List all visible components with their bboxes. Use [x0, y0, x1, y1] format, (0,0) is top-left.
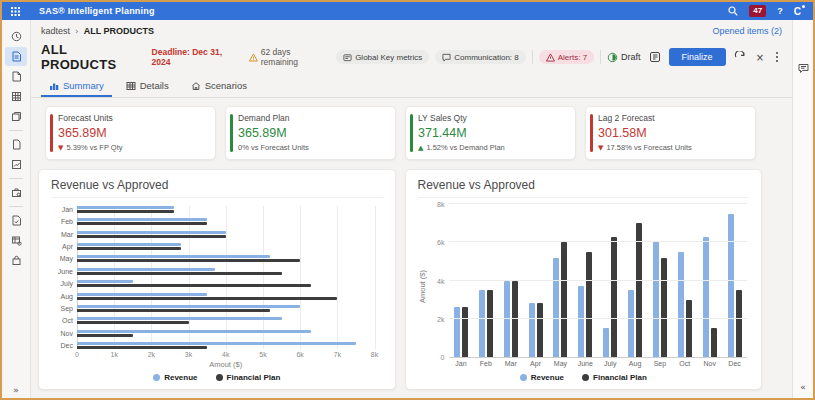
revenue-bar[interactable]: [454, 307, 460, 357]
financial-plan-bar[interactable]: [586, 252, 592, 357]
workbench-panel-button[interactable]: [647, 49, 663, 65]
user-avatar[interactable]: C: [794, 6, 804, 17]
tab-scenarios[interactable]: Scenarios: [183, 76, 255, 97]
kpi-card-ly-sales-qty[interactable]: LY Sales Qty 371.44M ▲ 1.52% vs Demand P…: [405, 106, 576, 160]
revenue-bar[interactable]: [553, 258, 559, 357]
collapse-panel-button[interactable]: «: [793, 382, 813, 392]
breadcrumb-parent[interactable]: kadtest: [41, 26, 70, 36]
global-key-metrics-pill[interactable]: Global Key metrics: [336, 50, 429, 64]
sidebar-item-briefcase-search[interactable]: [5, 183, 27, 202]
sidebar-item-page-check[interactable]: [5, 211, 27, 230]
down-arrow-icon: ▼: [58, 144, 63, 152]
v-bar-groups: [449, 204, 748, 357]
revenue-bar[interactable]: [703, 237, 709, 357]
revenue-bar[interactable]: [529, 303, 535, 357]
kpi-card-forecast-units[interactable]: Forecast Units 365.89M ▼ 5.39% vs FP Qty: [45, 106, 216, 160]
financial-plan-bar[interactable]: [77, 235, 226, 238]
close-button[interactable]: ×: [754, 50, 766, 65]
financial-plan-bar[interactable]: [77, 309, 270, 312]
revenue-bar[interactable]: [77, 243, 181, 246]
financial-plan-bar[interactable]: [77, 284, 311, 287]
summary-tab-icon: [49, 81, 59, 91]
financial-plan-bar[interactable]: [77, 297, 337, 300]
revenue-bar[interactable]: [504, 281, 510, 358]
legend-label: Financial Plan: [593, 373, 647, 382]
app-switcher-icon[interactable]: [11, 7, 20, 16]
revenue-bar[interactable]: [678, 252, 684, 357]
help-icon[interactable]: ?: [777, 6, 783, 16]
financial-plan-bar[interactable]: [77, 259, 300, 262]
communication-icon: [442, 53, 451, 62]
legend-item-revenue[interactable]: Revenue: [520, 373, 564, 382]
financial-plan-bar[interactable]: [736, 290, 742, 357]
revenue-bar[interactable]: [77, 330, 311, 333]
category-label: July: [51, 280, 77, 287]
financial-plan-bar[interactable]: [636, 223, 642, 357]
refresh-button[interactable]: [732, 49, 748, 65]
revenue-bar[interactable]: [653, 242, 659, 357]
sidebar-item-copies[interactable]: [5, 107, 27, 126]
legend-item-revenue[interactable]: Revenue: [153, 373, 197, 382]
recent-items-icon[interactable]: [5, 27, 27, 46]
financial-plan-bar[interactable]: [686, 300, 692, 357]
financial-plan-bar[interactable]: [537, 303, 543, 357]
legend-item-financial-plan[interactable]: Financial Plan: [582, 373, 647, 382]
bar-group: [473, 204, 498, 357]
bar-group: [598, 204, 623, 357]
tab-details[interactable]: Details: [118, 76, 177, 97]
revenue-bar[interactable]: [77, 317, 282, 320]
financial-plan-bar[interactable]: [611, 237, 617, 357]
financial-plan-bar[interactable]: [561, 242, 567, 357]
financial-plan-bar[interactable]: [711, 328, 717, 357]
revenue-bar[interactable]: [603, 328, 609, 357]
revenue-bar[interactable]: [728, 214, 734, 357]
finalize-button[interactable]: Finalize: [669, 48, 726, 66]
sidebar-expand-button[interactable]: »: [2, 385, 30, 395]
alerts-pill[interactable]: Alerts: 7: [539, 50, 594, 64]
financial-plan-bar[interactable]: [462, 307, 468, 357]
revenue-bar[interactable]: [77, 305, 300, 308]
more-options-menu[interactable]: [772, 50, 782, 64]
financial-plan-bar[interactable]: [77, 222, 207, 225]
financial-plan-bar[interactable]: [512, 281, 518, 358]
opened-items-link[interactable]: Opened items (2): [712, 26, 782, 36]
sidebar-item-charts[interactable]: [5, 155, 27, 174]
revenue-bar[interactable]: [77, 293, 207, 296]
search-icon[interactable]: [728, 2, 738, 20]
kpi-card-lag-2-forecast[interactable]: Lag 2 Forecast 301.58M ▼ 17.58% vs Forec…: [585, 106, 756, 160]
h-row: Feb: [51, 218, 383, 225]
sidebar-item-documents[interactable]: [5, 67, 27, 86]
communication-pill[interactable]: Communication: 8: [435, 50, 525, 64]
revenue-bar[interactable]: [77, 342, 356, 345]
revenue-bar[interactable]: [479, 290, 485, 357]
financial-plan-bar[interactable]: [661, 258, 667, 357]
kpi-value: 365.89M: [58, 126, 205, 140]
revenue-bar[interactable]: [77, 280, 133, 283]
sidebar-item-plans[interactable]: [5, 47, 27, 66]
sidebar-item-page[interactable]: [5, 135, 27, 154]
revenue-bar[interactable]: [77, 218, 207, 221]
notification-badge[interactable]: 47: [749, 5, 766, 17]
financial-plan-bar[interactable]: [77, 210, 174, 213]
sidebar-item-bag-lock[interactable]: [5, 251, 27, 270]
kpi-card-demand-plan[interactable]: Demand Plan 365.89M 0% vs Forecast Units: [225, 106, 396, 160]
category-label: Aug: [623, 360, 648, 367]
financial-plan-bar[interactable]: [77, 321, 189, 324]
financial-plan-bar[interactable]: [487, 290, 493, 357]
bar-group: [523, 204, 548, 357]
comments-icon[interactable]: [798, 60, 809, 78]
revenue-bar[interactable]: [77, 255, 270, 258]
tab-summary[interactable]: Summary: [41, 76, 112, 97]
sidebar-item-table-settings[interactable]: [5, 231, 27, 250]
financial-plan-bar[interactable]: [77, 334, 133, 337]
revenue-bar[interactable]: [77, 231, 226, 234]
financial-plan-bar[interactable]: [77, 272, 282, 275]
financial-plan-bar[interactable]: [77, 346, 207, 349]
revenue-bar[interactable]: [77, 206, 174, 209]
revenue-bar[interactable]: [578, 286, 584, 357]
revenue-bar[interactable]: [628, 290, 634, 357]
legend-item-financial-plan[interactable]: Financial Plan: [216, 373, 281, 382]
revenue-bar[interactable]: [77, 268, 215, 271]
financial-plan-bar[interactable]: [77, 247, 181, 250]
sidebar-item-table[interactable]: [5, 87, 27, 106]
